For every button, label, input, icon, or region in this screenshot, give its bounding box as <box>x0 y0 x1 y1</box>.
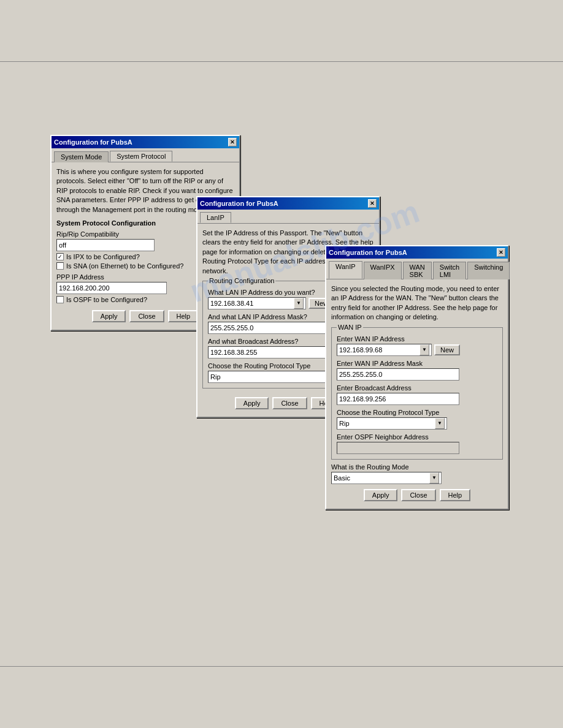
wan-protocol-value: Rip <box>339 420 350 427</box>
dialog-wan-ip: Configuration for PubsA ✕ WanIP WanIPX W… <box>325 245 509 510</box>
wan-ip-arrow: ▼ <box>419 344 429 355</box>
ppp-input[interactable] <box>56 282 167 294</box>
wan-ip-group: WAN IP Enter WAN IP Address 192.168.99.6… <box>331 327 503 460</box>
ospf-neighbor-input <box>337 442 459 454</box>
protocol-value: Rip <box>210 373 221 381</box>
dialog3-close-button[interactable]: Close <box>401 489 435 501</box>
ipx-checkbox[interactable]: ✓ <box>56 253 64 260</box>
tab-system-mode[interactable]: System Mode <box>54 151 109 162</box>
dialog3-apply-btn[interactable]: Apply <box>364 489 398 501</box>
dialog1-close-button[interactable]: Close <box>129 310 164 322</box>
dialog2-apply-btn[interactable]: Apply <box>235 397 269 409</box>
wan-ip-label: Enter WAN IP Address <box>337 335 497 343</box>
page-rule-bottom <box>0 666 563 667</box>
wan-ip-row: 192.168.99.68 ▼ New <box>337 344 497 356</box>
routing-mode-dropdown[interactable]: Basic ▼ <box>331 472 442 484</box>
ospf-checkbox[interactable] <box>56 296 64 303</box>
wan-protocol-label: Choose the Routing Protocol Type <box>337 409 497 416</box>
dialog3-btn-row: Apply Close Help <box>331 484 503 504</box>
tab-switching[interactable]: Switching <box>467 262 510 279</box>
sna-checkbox[interactable] <box>56 262 64 270</box>
dialog1-apply-btn[interactable]: Apply <box>92 310 126 322</box>
dialog2-close-btn[interactable]: ✕ <box>368 199 377 208</box>
lan-ip-arrow: ▼ <box>294 298 304 309</box>
routing-mode-arrow: ▼ <box>429 472 439 483</box>
dialog2-title: Configuration for PubsA <box>200 200 368 207</box>
dialog3-description: Since you selected the Routing mode, you… <box>331 284 503 322</box>
tab-lan-ip[interactable]: LanIP <box>200 212 231 223</box>
ipx-label: Is IPX to be Configured? <box>66 253 140 260</box>
page-rule-top <box>0 61 563 62</box>
wan-ip-dropdown[interactable]: 192.168.99.68 ▼ <box>337 344 432 356</box>
wan-broadcast-label: Enter Broadcast Address <box>337 384 497 392</box>
dialog1-close-btn[interactable]: ✕ <box>228 138 237 146</box>
dialog3-content: Since you selected the Routing mode, you… <box>326 279 508 509</box>
dialog1-tab-bar: System Mode System Protocol <box>52 148 239 162</box>
dialog3-close-btn[interactable]: ✕ <box>497 248 505 257</box>
dialog2-close-button[interactable]: Close <box>272 397 307 409</box>
dialog2-title-bar: Configuration for PubsA ✕ <box>197 197 379 210</box>
ospf-neighbor-label: Enter OSPF Neighbor Address <box>337 433 497 441</box>
wan-mask-input[interactable] <box>337 368 459 381</box>
broadcast-input[interactable] <box>208 346 331 358</box>
dialog1-title: Configuration for PubsA <box>54 138 228 146</box>
dialog3-title: Configuration for PubsA <box>329 249 497 256</box>
dialog2-tab-bar: LanIP <box>197 210 379 223</box>
tab-wan-ip[interactable]: WanIP <box>329 261 362 279</box>
wan-ip-group-label: WAN IP <box>337 324 363 331</box>
lan-ip-dropdown[interactable]: 192.168.38.41 ▼ <box>208 297 306 309</box>
wan-broadcast-input[interactable] <box>337 393 459 405</box>
rip-input[interactable] <box>56 239 155 251</box>
wan-protocol-arrow: ▼ <box>435 418 445 429</box>
tab-wan-ipx[interactable]: WanIPX <box>364 262 402 279</box>
sna-label: Is SNA (on Ethernet) to be Configured? <box>66 262 183 270</box>
wan-protocol-dropdown[interactable]: Rip ▼ <box>337 417 447 430</box>
tab-system-protocol[interactable]: System Protocol <box>110 151 172 162</box>
routing-mode-label: What is the Routing Mode <box>331 463 503 471</box>
tab-wan-sbk[interactable]: WAN SBK <box>403 262 432 279</box>
wan-ip-new-btn[interactable]: New <box>434 344 460 355</box>
dialog1-title-bar: Configuration for PubsA ✕ <box>52 136 239 148</box>
routing-config-label: Routing Configuration <box>208 277 275 284</box>
dialog1-help-btn[interactable]: Help <box>168 310 199 322</box>
wan-mask-label: Enter WAN IP Address Mask <box>337 360 497 367</box>
lan-ip-value: 192.168.38.41 <box>210 300 253 307</box>
dialog3-title-bar: Configuration for PubsA ✕ <box>326 246 508 259</box>
routing-mode-value: Basic <box>334 474 350 482</box>
protocol-dropdown[interactable]: Rip ▼ <box>208 371 343 383</box>
mask-input[interactable] <box>208 322 331 334</box>
dialog3-tab-bar: WanIP WanIPX WAN SBK Switch LMI Switchin… <box>326 259 508 279</box>
ospf-label: Is OSPF to be Configured? <box>66 296 147 303</box>
tab-switch-lmi[interactable]: Switch LMI <box>433 262 466 279</box>
wan-ip-value: 192.168.99.68 <box>339 346 382 354</box>
dialog3-help-btn[interactable]: Help <box>440 489 471 501</box>
